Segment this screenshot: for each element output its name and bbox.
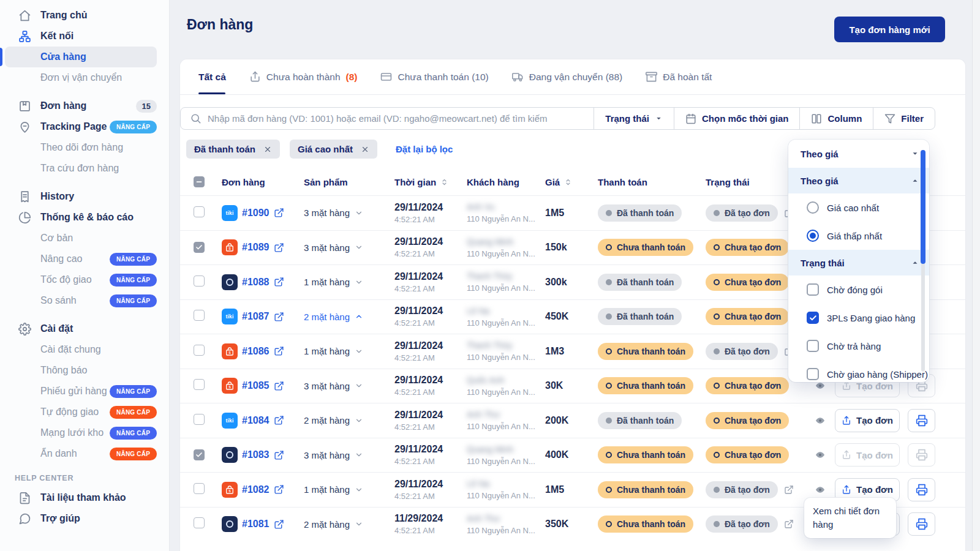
customer-address: 110 Nguyễn An N... xyxy=(467,353,545,362)
tab-3[interactable]: Đang vận chuyển (88) xyxy=(512,59,623,94)
view-order-eye-icon[interactable] xyxy=(813,416,827,425)
column-header[interactable]: Giá xyxy=(545,177,560,187)
view-order-eye-icon[interactable] xyxy=(813,381,827,391)
product-count-toggle[interactable]: 3 mặt hàng xyxy=(296,208,394,218)
tab-2[interactable]: Chưa thanh toán (10) xyxy=(380,59,488,94)
filter-section-header[interactable]: Theo giá xyxy=(788,168,929,193)
sidebar-item[interactable]: Đơn hàng15 xyxy=(0,96,169,116)
print-order-button[interactable] xyxy=(908,409,935,432)
date-range-button[interactable]: Chọn mốc thời gian xyxy=(674,108,800,129)
product-count-toggle[interactable]: 3 mặt hàng xyxy=(296,242,394,253)
filter-button[interactable]: Filter xyxy=(873,108,935,129)
row-checkbox[interactable] xyxy=(194,206,205,217)
column-button[interactable]: Column xyxy=(799,108,873,129)
reset-filters-link[interactable]: Đặt lại bộ lọc xyxy=(396,144,453,154)
order-id-link[interactable]: #1085 xyxy=(242,380,270,391)
order-id-link[interactable]: #1083 xyxy=(242,449,270,460)
checkbox-unchecked[interactable] xyxy=(807,340,819,352)
panel-scrollbar-thumb[interactable] xyxy=(921,150,925,264)
filter-section-header[interactable]: Trạng thái xyxy=(788,250,929,276)
order-id-link[interactable]: #1084 xyxy=(242,415,270,426)
sidebar-item[interactable]: Kết nối xyxy=(0,26,169,47)
sidebar-item[interactable]: Nâng caoNÂNG CẤP xyxy=(0,249,169,269)
sidebar-item[interactable]: Ẩn danhNÂNG CẤP xyxy=(0,443,169,464)
row-checkbox[interactable] xyxy=(194,517,205,528)
order-id-link[interactable]: #1088 xyxy=(242,277,270,288)
sidebar-item[interactable]: Cài đặt xyxy=(0,318,169,339)
order-id-link[interactable]: #1081 xyxy=(242,519,270,530)
sidebar-item[interactable]: Đơn vị vận chuyển xyxy=(0,67,169,88)
radio-selected[interactable] xyxy=(807,230,819,242)
sidebar-item[interactable]: Cơ bản xyxy=(0,228,169,249)
sidebar-item[interactable]: Thông báo xyxy=(0,360,169,381)
product-count-toggle[interactable]: 1 mặt hàng xyxy=(296,346,394,356)
sidebar-item[interactable]: History xyxy=(0,186,169,207)
sidebar-item[interactable]: Mạng lưới khoNÂNG CẤP xyxy=(0,422,169,443)
sidebar-item[interactable]: Tra cứu đơn hàng xyxy=(0,158,169,179)
checkbox-unchecked[interactable] xyxy=(807,283,819,296)
product-count-toggle[interactable]: 2 mặt hàng xyxy=(296,415,394,425)
sort-icon[interactable] xyxy=(564,178,573,187)
radio-unselected[interactable] xyxy=(807,201,819,214)
sidebar-item[interactable]: Tài liệu tham khảo xyxy=(0,487,169,508)
row-checkbox[interactable] xyxy=(194,276,205,287)
product-count-toggle[interactable]: 3 mặt hàng xyxy=(296,450,394,460)
sidebar-item[interactable]: Trang chủ xyxy=(0,5,169,26)
row-checkbox[interactable] xyxy=(194,449,205,460)
row-checkbox[interactable] xyxy=(194,345,205,356)
select-all-checkbox[interactable] xyxy=(194,176,205,187)
page-scrollbar[interactable] xyxy=(972,0,980,551)
sidebar-item[interactable]: Thống kê & báo cáo xyxy=(0,207,169,228)
row-checkbox[interactable] xyxy=(194,242,205,253)
tab-1[interactable]: Chưa hoàn thành(8) xyxy=(249,59,358,94)
sidebar-item[interactable]: Cửa hàng xyxy=(5,47,157,67)
row-checkbox[interactable] xyxy=(194,379,205,390)
product-count-toggle[interactable]: 1 mặt hàng xyxy=(296,277,394,287)
print-order-button[interactable] xyxy=(908,478,935,501)
print-order-button[interactable] xyxy=(908,443,935,467)
column-header[interactable]: Thời gian xyxy=(394,177,436,187)
sidebar-item[interactable]: Cài đặt chung xyxy=(0,339,169,360)
print-order-button[interactable] xyxy=(908,512,935,536)
checkbox-checked[interactable] xyxy=(807,312,819,324)
view-order-eye-icon[interactable] xyxy=(813,450,827,460)
row-checkbox[interactable] xyxy=(194,483,205,494)
filter-option[interactable]: Giá cao nhất xyxy=(788,193,929,222)
create-shipping-order-button[interactable]: Tạo đơn xyxy=(835,443,900,467)
filter-option[interactable]: Chờ trả hàng xyxy=(788,332,929,360)
order-id-link[interactable]: #1090 xyxy=(242,208,270,219)
row-checkbox[interactable] xyxy=(194,310,205,321)
tab-all[interactable]: Tất cả xyxy=(198,59,226,94)
filter-option[interactable]: Giá thấp nhất xyxy=(788,222,929,250)
view-order-eye-icon[interactable] xyxy=(813,485,827,495)
status-dropdown[interactable]: Trạng thái xyxy=(594,108,674,129)
search-input[interactable] xyxy=(208,113,584,124)
sidebar-item[interactable]: Trợ giúp xyxy=(0,508,169,529)
sort-icon[interactable] xyxy=(440,178,449,187)
checkbox-unchecked[interactable] xyxy=(807,368,819,380)
filter-chip[interactable]: Giá cao nhất xyxy=(290,140,377,159)
sort-select-trigger[interactable]: Theo giá xyxy=(788,140,929,168)
product-count-toggle[interactable]: 2 mặt hàng xyxy=(296,312,394,322)
filter-option[interactable]: Chờ giao hàng (Shipper) xyxy=(788,360,929,382)
row-checkbox[interactable] xyxy=(194,414,205,425)
product-count-toggle[interactable]: 2 mặt hàng xyxy=(296,519,394,530)
filter-chip[interactable]: Đã thanh toán xyxy=(186,140,280,159)
filter-option[interactable]: 3PLs Đang giao hàng xyxy=(788,304,929,332)
order-id-link[interactable]: #1089 xyxy=(242,242,270,253)
order-id-link[interactable]: #1086 xyxy=(242,346,270,357)
create-new-order-button[interactable]: Tạo đơn hàng mới xyxy=(834,17,945,42)
filter-option[interactable]: Chờ đóng gói xyxy=(788,276,929,304)
sidebar-item[interactable]: Theo dõi đơn hàng xyxy=(0,137,169,158)
product-count-toggle[interactable]: 1 mặt hàng xyxy=(296,484,394,495)
sidebar-item[interactable]: So sánhNÂNG CẤP xyxy=(0,290,169,311)
product-count-toggle[interactable]: 3 mặt hàng xyxy=(296,381,394,391)
create-shipping-order-button[interactable]: Tạo đơn xyxy=(835,409,900,432)
sidebar-item[interactable]: Phiếu gửi hàngNÂNG CẤP xyxy=(0,381,169,402)
sidebar-item[interactable]: Tự động giaoNÂNG CẤP xyxy=(0,402,169,422)
order-id-link[interactable]: #1082 xyxy=(242,484,270,495)
sidebar-item[interactable]: Tốc độ giaoNÂNG CẤP xyxy=(0,269,169,290)
sidebar-item[interactable]: Tracking PageNÂNG CẤP xyxy=(0,116,169,137)
order-id-link[interactable]: #1087 xyxy=(242,311,270,322)
tab-4[interactable]: Đã hoàn tất xyxy=(646,59,712,94)
